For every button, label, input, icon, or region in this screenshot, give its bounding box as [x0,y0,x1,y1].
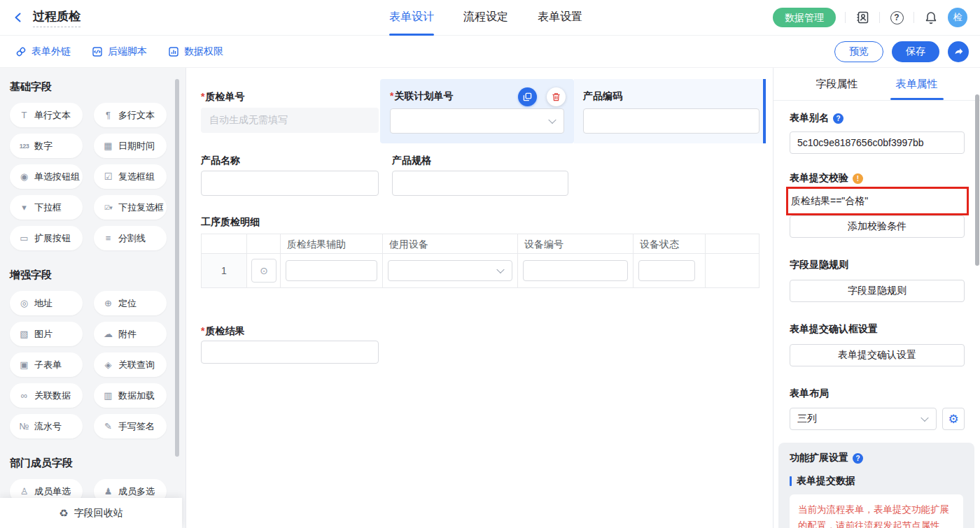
tab-flow-setting[interactable]: 流程设定 [463,0,508,36]
qc-no-input[interactable]: 自动生成无需填写 [201,108,379,133]
field-palette-sidebar: 基础字段T单行文本¶多行文本123数字▦日期时间◉单选按钮组☑复选框组▾下拉框☑… [0,68,186,528]
field-pill-signature[interactable]: ✎手写签名 [94,414,167,438]
main-tabs: 表单设计 流程设定 表单设置 [389,0,582,36]
field-pill-address[interactable]: ◎地址 [10,291,83,315]
data-permission-link[interactable]: 数据权限 [168,45,223,58]
field-pill-subform[interactable]: ▣子表单 [10,352,83,377]
field-pill-datetime[interactable]: ▦日期时间 [94,134,167,158]
dropdown-icon: ▾ [19,202,29,213]
data-manage-button[interactable]: 数据管理 [773,8,836,27]
attachment-icon: ☁ [103,329,113,339]
device-used-select[interactable] [388,260,512,281]
single-line-text-icon: T [19,110,29,120]
field-pill-divider[interactable]: ≡分割线 [94,226,167,250]
question-badge-icon[interactable]: ? [833,113,844,124]
serial-number-icon: № [19,421,29,431]
member-multi-icon: ♟ [103,486,113,497]
plan-no-label: *关联计划单号 [390,90,453,103]
field-pill-single-line-text[interactable]: T单行文本 [10,103,83,127]
qc-result-aux-input[interactable] [286,260,377,281]
qc-no-label: *质检单号 [201,91,244,104]
qc-result-input[interactable] [201,341,379,364]
selected-field-plan-no[interactable]: *关联计划单号 [380,79,574,143]
field-pill-label: 日期时间 [118,140,155,152]
form-layout-select[interactable]: 三列 [790,408,937,430]
tab-form-properties[interactable]: 表单属性 [896,68,938,100]
subform-col-header: 设备编号 [518,234,634,254]
panel-scrollbar[interactable] [975,94,979,266]
preview-button[interactable]: 预览 [834,41,883,62]
field-pill-multi-line-text[interactable]: ¶多行文本 [94,103,167,127]
field-pill-label: 单选按钮组 [34,171,80,183]
submit-data-subheading: 表单提交数据 [790,475,963,487]
field-pill-checkbox-group[interactable]: ☑复选框组 [94,164,167,189]
number-icon: 123 [19,143,29,150]
backend-script-link[interactable]: 后端脚本 [92,45,147,58]
subform-col-locate [247,234,281,254]
add-validation-button[interactable]: 添加校验条件 [790,215,965,238]
field-recycle-bin[interactable]: ♻ 字段回收站 [0,498,182,528]
field-pill-grid: T单行文本¶多行文本123数字▦日期时间◉单选按钮组☑复选框组▾下拉框☑▾下拉复… [10,103,176,250]
field-pill-label: 扩展按钮 [34,232,71,245]
product-code-field[interactable]: 产品编码 [574,79,766,143]
product-spec-input[interactable] [392,171,568,196]
product-code-input[interactable] [583,108,760,134]
field-pill-image[interactable]: ▧图片 [10,322,83,346]
field-pill-serial-number[interactable]: №流水号 [10,414,83,438]
sidebar-section-title: 增强字段 [10,269,176,282]
field-pill-label: 成员单选 [34,485,71,498]
tab-form-setting[interactable]: 表单设置 [538,0,582,36]
form-toolbar: 表单外链 后端脚本 数据权限 预览 保存 [0,36,980,68]
visibility-rules-heading: 字段显隐规则 [790,259,965,271]
save-button[interactable]: 保存 [892,41,939,62]
help-icon[interactable]: ? [889,10,904,25]
notification-bell-icon[interactable] [923,10,939,25]
device-no-input[interactable] [523,260,628,281]
subform-col-header: 使用设备 [383,234,518,254]
form-alias-input[interactable] [790,131,965,154]
copy-field-button[interactable] [518,87,537,106]
product-spec-label: 产品规格 [392,155,431,167]
plan-no-select[interactable] [390,108,564,134]
field-pill-data-load[interactable]: ▥数据加载 [94,383,167,408]
field-pill-extended-button[interactable]: ▭扩展按钮 [10,226,83,250]
field-pill-label: 图片 [34,328,52,341]
row-locate-button[interactable]: ⊙ [251,259,276,283]
sidebar-scrollbar[interactable] [175,79,179,457]
flow-form-notice: 当前为流程表单，表单提交功能扩展的配置，请前往流程发起节点属性 [790,494,963,528]
validation-rule[interactable]: 质检结果=="合格" [790,189,965,214]
avatar[interactable]: 检 [948,8,967,27]
delete-field-button[interactable] [547,87,566,106]
page-title[interactable]: 过程质检 [33,8,80,27]
field-pill-label: 地址 [34,297,52,310]
contacts-book-icon[interactable] [855,10,870,25]
field-pill-label: 单行文本 [34,109,71,122]
field-pill-dropdown[interactable]: ▾下拉框 [10,195,83,220]
gear-icon: ⚙ [948,412,958,427]
row-number: 1 [202,254,247,287]
field-pill-related-data[interactable]: ∞关联数据 [10,383,83,408]
field-pill-location[interactable]: ⊕定位 [94,291,167,315]
back-icon[interactable] [11,10,25,24]
field-pill-attachment[interactable]: ☁附件 [94,322,167,346]
dropdown-multiselect-icon: ☑▾ [103,204,113,211]
form-external-link[interactable]: 表单外链 [15,45,71,58]
share-button[interactable] [948,41,969,62]
form-alias-heading: 表单别名 ? [790,112,965,124]
tab-form-design[interactable]: 表单设计 [389,0,434,36]
field-pill-radio-group[interactable]: ◉单选按钮组 [10,164,83,189]
sidebar-section-title: 基础字段 [10,80,176,94]
signature-icon: ✎ [103,421,113,431]
field-pill-dropdown-multiselect[interactable]: ☑▾下拉复选框 [94,195,167,220]
field-pill-number[interactable]: 123数字 [10,134,83,158]
submit-confirm-button[interactable]: 表单提交确认设置 [790,344,965,366]
question-badge-icon[interactable]: ? [853,453,863,464]
layout-settings-button[interactable]: ⚙ [942,408,965,430]
visibility-rules-button[interactable]: 字段显隐规则 [790,280,965,302]
field-pill-related-query[interactable]: ◈关联查询 [94,352,167,377]
chevron-down-icon [548,116,556,124]
device-status-input[interactable] [638,260,695,281]
product-name-input[interactable] [201,171,379,196]
tab-field-properties[interactable]: 字段属性 [816,68,858,100]
selection-edge-bar [763,79,766,143]
